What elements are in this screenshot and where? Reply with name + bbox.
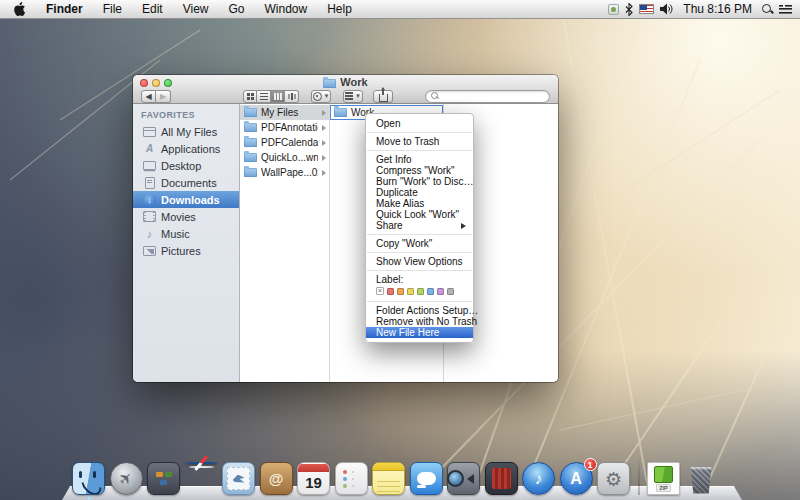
file-row-pdfannotationeditor[interactable]: PDFAnnotationEditor [240, 120, 329, 135]
sidebar: FAVORITES All My Files Applications Desk… [133, 104, 240, 382]
label-green-swatch[interactable] [417, 288, 424, 295]
list-view-icon [260, 93, 268, 100]
back-button[interactable]: ◀ [141, 90, 156, 103]
dock-icon-calendar[interactable]: 19 [297, 462, 330, 495]
spotlight-icon[interactable] [762, 4, 773, 15]
dock-icon-mission-control[interactable] [147, 462, 180, 495]
arrange-button[interactable]: ▼ [343, 90, 363, 103]
dock-icon-itunes[interactable] [522, 462, 555, 495]
dock-icon-launchpad[interactable] [110, 462, 143, 495]
share-button[interactable] [373, 90, 393, 103]
notification-center-icon[interactable] [779, 4, 792, 15]
file-row-pdfcalendar[interactable]: PDFCalendar [240, 135, 329, 150]
menu-view[interactable]: View [173, 0, 219, 19]
label-orange-swatch[interactable] [397, 288, 404, 295]
file-row-my-files[interactable]: My Files [240, 105, 329, 120]
label-clear-swatch[interactable]: × [376, 287, 384, 295]
dock-icon-facetime[interactable] [447, 462, 480, 495]
sidebar-item-label: Applications [161, 143, 220, 155]
menu-item-make-alias[interactable]: Make Alias [366, 198, 473, 209]
sidebar-item-applications[interactable]: Applications [133, 140, 239, 157]
dock-icon-safari[interactable] [185, 462, 218, 495]
dock-icon-trash[interactable] [685, 462, 718, 495]
volume-icon[interactable] [660, 3, 673, 15]
coverflow-view-button[interactable] [285, 90, 299, 103]
menu-item-new-file-here[interactable]: New File Here [366, 327, 473, 338]
sidebar-item-music[interactable]: Music [133, 225, 239, 242]
reminders-icon [335, 462, 368, 495]
arrange-icon [345, 92, 353, 100]
status-app-icon[interactable] [608, 4, 619, 15]
file-row-quicklook-downloader[interactable]: QuickLo...wnloader [240, 150, 329, 165]
facetime-icon [447, 462, 480, 495]
menu-item-open[interactable]: Open [366, 118, 473, 129]
sidebar-item-downloads[interactable]: Downloads [133, 191, 239, 208]
sidebar-item-label: Documents [161, 177, 217, 189]
sidebar-item-pictures[interactable]: Pictures [133, 242, 239, 259]
coverflow-view-icon [288, 93, 296, 100]
column-view-button[interactable] [271, 90, 285, 103]
dock-icon-system-preferences[interactable] [597, 462, 630, 495]
sidebar-item-all-my-files[interactable]: All My Files [133, 123, 239, 140]
label-red-swatch[interactable] [387, 288, 394, 295]
menu-item-remove-with-no-trash[interactable]: Remove with No Trash [366, 316, 473, 327]
dock-icon-app-store[interactable]: 1 [560, 462, 593, 495]
sidebar-item-label: Music [161, 228, 190, 240]
menu-item-share[interactable]: Share [366, 220, 473, 231]
apple-menu[interactable] [8, 2, 36, 16]
input-source-flag-icon[interactable] [639, 4, 654, 14]
search-input[interactable] [425, 90, 550, 103]
label-yellow-swatch[interactable] [407, 288, 414, 295]
context-menu: Open Move to Trash Get Info Compress "Wo… [365, 113, 474, 343]
label-blue-swatch[interactable] [427, 288, 434, 295]
apple-logo-icon [14, 2, 26, 16]
menu-help[interactable]: Help [317, 0, 362, 19]
menu-window[interactable]: Window [255, 0, 318, 19]
label-purple-swatch[interactable] [437, 288, 444, 295]
sidebar-item-desktop[interactable]: Desktop [133, 157, 239, 174]
menu-item-compress[interactable]: Compress "Work" [366, 165, 473, 176]
menu-item-folder-actions-setup[interactable]: Folder Actions Setup… [366, 305, 473, 316]
menu-item-move-to-trash[interactable]: Move to Trash [366, 136, 473, 147]
list-view-button[interactable] [257, 90, 271, 103]
label-gray-swatch[interactable] [447, 288, 454, 295]
bluetooth-icon[interactable] [625, 3, 633, 16]
menu-item-copy[interactable]: Copy "Work" [366, 238, 473, 249]
dock-icon-finder[interactable] [72, 462, 105, 495]
sidebar-item-label: All My Files [161, 126, 217, 138]
menu-bar-clock[interactable]: Thu 8:16 PM [679, 2, 756, 16]
icon-view-button[interactable] [243, 90, 257, 103]
file-row-wallpaper[interactable]: WallPape...0x1440 [240, 165, 329, 180]
menu-item-quick-look[interactable]: Quick Look "Work" [366, 209, 473, 220]
action-gear-button[interactable]: ▼ [311, 90, 331, 103]
sidebar-item-label: Downloads [161, 194, 220, 206]
column-view-icon [274, 93, 282, 100]
dock-icon-messages[interactable] [410, 462, 443, 495]
trash-icon [685, 462, 718, 495]
dock-icon-contacts[interactable] [260, 462, 293, 495]
dock-separator [638, 455, 640, 495]
sidebar-item-label: Pictures [161, 245, 201, 257]
menu-item-get-info[interactable]: Get Info [366, 154, 473, 165]
menu-item-show-view-options[interactable]: Show View Options [366, 256, 473, 267]
chevron-down-icon: ▼ [355, 93, 361, 99]
nav-buttons: ◀ ▶ [141, 90, 171, 103]
menu-edit[interactable]: Edit [132, 0, 173, 19]
menu-go[interactable]: Go [219, 0, 255, 19]
dock-icon-photo-booth[interactable] [485, 462, 518, 495]
dock-icon-notes[interactable] [372, 462, 405, 495]
menu-finder[interactable]: Finder [36, 0, 93, 19]
chevron-right-icon [322, 155, 326, 161]
menu-separator [367, 301, 472, 302]
menu-item-burn[interactable]: Burn "Work" to Disc… [366, 176, 473, 187]
forward-button[interactable]: ▶ [156, 90, 171, 103]
sidebar-item-documents[interactable]: Documents [133, 174, 239, 191]
menu-item-duplicate[interactable]: Duplicate [366, 187, 473, 198]
sidebar-item-movies[interactable]: Movies [133, 208, 239, 225]
dock-icon-zip-file[interactable]: ZIP [647, 462, 680, 495]
dock-icon-reminders[interactable] [335, 462, 368, 495]
dock-icon-mail[interactable] [222, 462, 255, 495]
menu-file[interactable]: File [93, 0, 132, 19]
file-name: My Files [261, 107, 318, 118]
window-header[interactable]: Work ◀ ▶ ▼ ▼ [133, 75, 558, 104]
